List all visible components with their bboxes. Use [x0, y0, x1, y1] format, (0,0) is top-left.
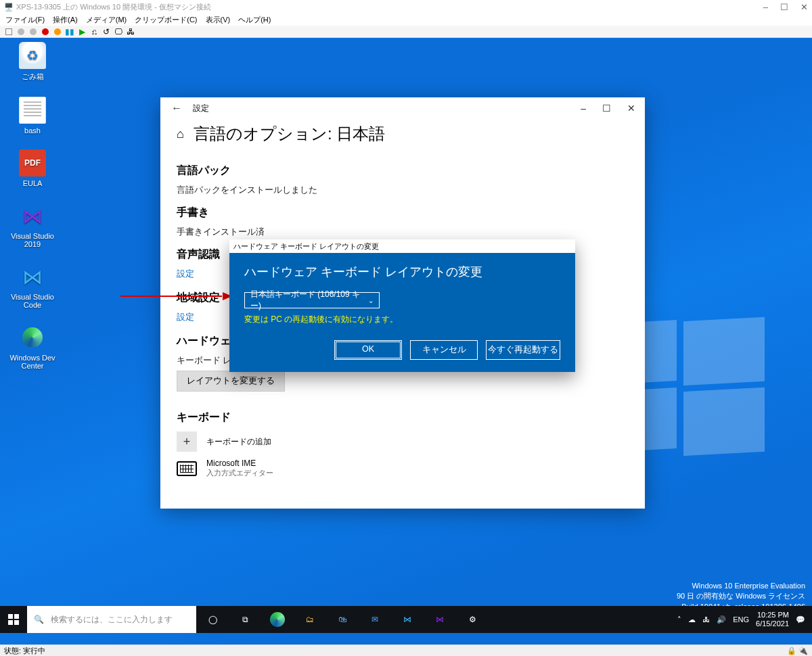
- edge-taskbar-icon[interactable]: [261, 606, 294, 633]
- desktop-icon-bash[interactable]: bash: [5, 97, 60, 135]
- cancel-button[interactable]: キャンセル: [410, 340, 478, 360]
- back-button[interactable]: ←: [166, 102, 187, 114]
- desktop-icon-vs2019[interactable]: ⋈ Visual Studio 2019: [5, 202, 60, 248]
- recycle-icon: ♻: [26, 47, 39, 64]
- host-status-text: 状態: 実行中: [4, 646, 45, 656]
- settings-titlebar[interactable]: ← 設定 – ☐ ✕: [160, 97, 645, 119]
- toolbar-pause-icon[interactable]: ▮▮: [65, 27, 74, 37]
- tray-lang[interactable]: ENG: [733, 615, 749, 624]
- toolbar-snapshot-icon[interactable]: ⎌: [89, 27, 99, 37]
- search-placeholder: 検索するには、ここに入力します: [51, 614, 173, 626]
- desktop-icon-eula[interactable]: PDF EULA: [5, 149, 60, 187]
- tray-volume-icon[interactable]: 🔊: [717, 615, 726, 624]
- add-keyboard-row[interactable]: + キーボードの追加: [177, 431, 629, 452]
- desktop-icons: ♻ ごみ箱 bash PDF EULA ⋈ Visual Studio 2019…: [5, 42, 60, 385]
- taskbar-clock[interactable]: 10:25 PM 6/15/2021: [756, 611, 789, 628]
- desktop-icon-label: bash: [24, 126, 41, 135]
- keyboard-icon: [177, 461, 197, 476]
- toolbar-play-icon[interactable]: ▶: [77, 27, 87, 37]
- home-icon[interactable]: ⌂: [177, 127, 184, 141]
- plus-icon: +: [177, 431, 197, 452]
- host-status-bar: 状態: 実行中 🔒 🔌: [0, 645, 812, 656]
- system-tray: ˄ ☁ 🖧 🔊 ENG 10:25 PM 6/15/2021 💬: [671, 611, 812, 628]
- host-minimize-button[interactable]: –: [763, 2, 768, 12]
- taskbar: 🔍 検索するには、ここに入力します ◯ ⧉ 🗂 🛍 ✉ ⋈ ⋈ ⚙ ˄ ☁ 🖧 …: [0, 606, 812, 633]
- toolbar-enhanced-icon[interactable]: 🖵: [114, 27, 123, 37]
- vscode-icon: ⋈: [19, 263, 46, 290]
- host-menubar: ファイル(F) 操作(A) メディア(M) クリップボード(C) 表示(V) ヘ…: [0, 14, 812, 26]
- desktop-icon-label: Visual Studio Code: [5, 293, 60, 309]
- settings-minimize-button[interactable]: –: [581, 103, 586, 114]
- host-status-icon: 🔒 🔌: [787, 647, 808, 655]
- desktop-icon-vscode[interactable]: ⋈ Visual Studio Code: [5, 263, 60, 309]
- guest-desktop[interactable]: ♻ ごみ箱 bash PDF EULA ⋈ Visual Studio 2019…: [0, 38, 812, 645]
- menu-media[interactable]: メディア(M): [86, 15, 127, 25]
- dialog-heading: ハードウェア キーボード レイアウトの変更: [244, 264, 560, 280]
- menu-help[interactable]: ヘルプ(H): [238, 15, 271, 25]
- tray-network-icon[interactable]: 🖧: [702, 615, 710, 624]
- clock-date: 6/15/2021: [756, 619, 789, 628]
- section-handwriting: 手書き: [177, 206, 629, 220]
- host-title: XPS-13-9305 上の Windows 10 開発環境 - 仮想マシン接続: [16, 2, 763, 12]
- dialog-titlebar[interactable]: ハードウェア キーボード レイアウトの変更: [229, 239, 575, 253]
- svg-rect-1: [14, 614, 19, 619]
- cortana-button[interactable]: ⧉: [229, 606, 261, 633]
- visual-studio-icon: ⋈: [19, 202, 46, 229]
- hyperv-icon: 🖥️: [4, 3, 12, 11]
- toolbar-btn[interactable]: [53, 27, 62, 37]
- start-button[interactable]: [0, 606, 27, 633]
- tray-onedrive-icon[interactable]: ☁: [688, 615, 696, 624]
- settings-close-button[interactable]: ✕: [627, 103, 635, 114]
- toolbar-btn[interactable]: [41, 27, 50, 37]
- add-keyboard-label: キーボードの追加: [206, 436, 271, 448]
- taskview-button[interactable]: ◯: [196, 606, 229, 633]
- store-icon[interactable]: 🛍: [326, 606, 359, 633]
- tray-chevron-icon[interactable]: ˄: [677, 615, 681, 624]
- combo-value: 日本語キーボード (106/109 キー): [250, 289, 368, 312]
- search-icon: 🔍: [34, 615, 44, 624]
- language-pack-status: 言語パックをインストールしました: [177, 185, 629, 196]
- menu-file[interactable]: ファイル(F): [5, 15, 45, 25]
- handwriting-status: 手書きインストール済: [177, 227, 629, 238]
- change-layout-button[interactable]: レイアウトを変更する: [177, 371, 285, 392]
- vs-taskbar-icon[interactable]: ⋈: [424, 606, 456, 633]
- desktop-icon-label: Visual Studio 2019: [5, 232, 60, 248]
- keyboard-layout-dialog: ハードウェア キーボード レイアウトの変更 ハードウェア キーボード レイアウト…: [229, 239, 575, 372]
- edge-icon: [19, 324, 46, 351]
- explorer-icon[interactable]: 🗂: [294, 606, 326, 633]
- desktop-icon-label: ごみ箱: [22, 72, 44, 82]
- host-maximize-button[interactable]: ☐: [780, 2, 788, 12]
- action-center-icon[interactable]: 💬: [796, 615, 805, 624]
- keyboard-layout-combo[interactable]: 日本語キーボード (106/109 キー) ⌄: [244, 292, 380, 308]
- annotation-arrow: [120, 292, 232, 300]
- restart-now-button[interactable]: 今すぐ再起動する: [486, 340, 560, 360]
- menu-view[interactable]: 表示(V): [206, 15, 231, 25]
- toolbar-btn[interactable]: [16, 27, 26, 37]
- settings-taskbar-icon[interactable]: ⚙: [456, 606, 489, 633]
- toolbar-btn[interactable]: [4, 27, 14, 37]
- toolbar-share-icon[interactable]: 🖧: [126, 27, 135, 37]
- toolbar-btn[interactable]: [28, 27, 38, 37]
- mail-icon[interactable]: ✉: [359, 606, 391, 633]
- settings-maximize-button[interactable]: ☐: [602, 103, 611, 114]
- host-close-button[interactable]: ✕: [800, 2, 808, 12]
- host-titlebar: 🖥️ XPS-13-9305 上の Windows 10 開発環境 - 仮想マシ…: [0, 0, 812, 14]
- ok-button[interactable]: OK: [334, 340, 402, 360]
- vscode-taskbar-icon[interactable]: ⋈: [391, 606, 424, 633]
- toolbar-revert-icon[interactable]: ↺: [102, 27, 111, 37]
- taskbar-search[interactable]: 🔍 検索するには、ここに入力します: [27, 606, 196, 633]
- watermark-line: Windows 10 Enterprise Evaluation: [677, 581, 805, 591]
- chevron-down-icon: ⌄: [368, 297, 374, 304]
- menu-clipboard[interactable]: クリップボード(C): [135, 15, 197, 25]
- desktop-icon-label: EULA: [23, 179, 43, 187]
- desktop-icon-recycle[interactable]: ♻ ごみ箱: [5, 42, 60, 82]
- text-file-icon: [19, 97, 46, 124]
- menu-action[interactable]: 操作(A): [53, 15, 78, 25]
- ime-row[interactable]: Microsoft IME 入力方式エディター: [177, 459, 629, 478]
- desktop-icon-devcenter[interactable]: Windows Dev Center: [5, 324, 60, 370]
- svg-rect-3: [14, 620, 19, 625]
- desktop-icon-label: Windows Dev Center: [5, 354, 60, 370]
- page-title: 言語のオプション: 日本語: [194, 123, 385, 145]
- settings-window-label: 設定: [193, 103, 209, 114]
- ime-sub: 入力方式エディター: [206, 468, 273, 478]
